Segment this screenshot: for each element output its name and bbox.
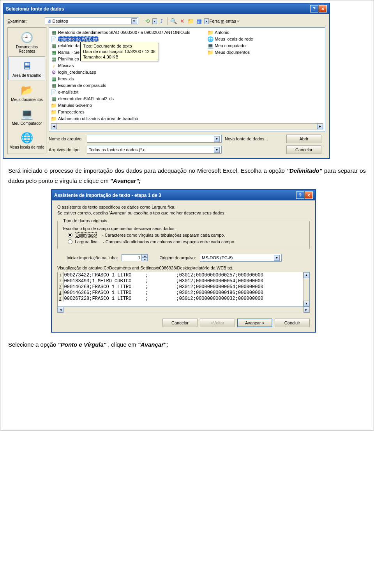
excel-icon: ▦ [51,56,57,62]
file-item[interactable]: ▦elementoitemSIAFI atual2.xls [51,96,192,102]
close-button[interactable]: × [319,5,327,12]
scroll-left-icon[interactable]: ◄ [58,307,64,313]
file-item[interactable]: 📁Atalhos não utilizados da área de traba… [51,115,192,122]
spin-up-icon[interactable]: ▲ [142,254,148,258]
filename-input[interactable]: ▼ [87,135,222,143]
filetype-dropdown[interactable]: Todas as fontes de dados (*.o ▼ [87,146,222,154]
file-name: Relatorio de atendimentos SIAD 05032007 … [58,30,190,35]
new-datasource-link[interactable]: Nova fonte de dados... [225,136,283,141]
filetype-label: Arquivos do tipo: [49,147,84,152]
file-item[interactable]: 📁Manuais Governo [51,102,192,108]
back-button: < Voltar [200,319,235,327]
preview-row-text: 000273422;FRASCO 1 LITRO ; ;03012;000000… [63,272,309,278]
file-item[interactable]: ▦Esquema de compras.xls [51,82,192,89]
file-origin-dropdown[interactable]: MS-DOS (PC-8) ▼ [200,254,282,262]
back-icon[interactable]: ⟲ [144,17,152,25]
file-item[interactable]: 📄e-mail's.txt [51,89,192,95]
group-prompt: Escolha o tipo de campo que melhor descr… [63,226,305,231]
file-name: Planilha co [58,57,79,61]
file-name: login_credencia.asp [58,70,96,74]
file-name: Fornecedores [58,110,85,114]
place-recent[interactable]: 🕘 Documentos Recentes [9,28,45,56]
file-item[interactable]: 🌐Meus locais de rede [207,36,254,42]
horizontal-scrollbar[interactable]: ◄ ► [57,307,310,313]
file-origin-label: Origem do arquivo: [159,255,196,260]
netplace-icon: 🌐 [207,36,213,42]
recent-icon: 🕘 [19,31,34,44]
preview-row: 4000146366;FRASCO 1 LITRO ; ;03012;00000… [58,290,309,296]
start-row-spinner[interactable]: 1 ▲ ▼ [122,254,148,261]
file-item[interactable]: ♪Músicas [51,62,192,69]
group-legend: Tipo de dados originais [62,218,109,223]
help-button[interactable]: ? [310,5,318,12]
instruction-paragraph-2: Selecione a opção "Ponto e Vírgula" , cl… [8,340,366,350]
excel-icon: ▦ [51,82,57,89]
place-network[interactable]: 🌐 Meus locais de rede [9,129,45,152]
file-item[interactable]: ▦Relatorio de atendimentos SIAD 05032007… [51,29,192,35]
start-row-label: Iniciar importação na linha: [67,255,118,260]
excel-icon: ▦ [51,76,57,82]
finish-button[interactable]: Concluir [275,319,310,327]
back-history-dropdown[interactable]: ▾ [152,18,157,24]
file-item[interactable]: 💻Meu computador [207,43,254,49]
delete-icon[interactable]: ✕ [178,17,186,25]
desktop-icon: 🖥 [47,19,51,23]
file-name: relatório da WEB.txt [58,36,99,42]
place-computer[interactable]: 💻 Meu Computador [9,105,45,128]
file-name: Meu computador [215,43,247,48]
search-icon[interactable]: 🔍 [170,17,178,25]
new-folder-icon[interactable]: 📁 [187,17,195,25]
scroll-left-icon[interactable]: ◄ [51,124,57,129]
documents-icon: 📂 [19,83,34,97]
start-row-value[interactable]: 1 [122,254,142,261]
help-button[interactable]: ? [296,191,304,199]
up-icon[interactable]: ⤴ [158,17,166,25]
file-item[interactable]: ⚙login_credencia.asp [51,69,192,75]
preview-row-text: 000146366;FRASCO 1 LITRO ; ;03012;000000… [63,290,309,296]
vertical-scrollbar[interactable]: ▲ ▼ [303,272,309,306]
scroll-down-icon[interactable]: ▼ [303,301,309,306]
spin-down-icon[interactable]: ▼ [142,258,148,261]
place-mydocs[interactable]: 📂 Meus documentos [9,81,45,104]
file-name: Itens.xls [58,76,74,81]
scroll-right-icon[interactable]: ► [317,124,323,129]
radio-fixedwidth-label[interactable]: Largura fixa [75,239,97,244]
radio-row-fixedwidth: Largura fixa - Campos são alinhados em c… [68,239,305,244]
places-bar: 🕘 Documentos Recentes 🖥 Área de trabalho… [7,27,46,154]
titlebar: Assistente de importação de texto - etap… [52,190,315,200]
file-list[interactable]: ▦Relatorio de atendimentos SIAD 05032007… [49,27,325,131]
file-item[interactable]: 📁Antonio [207,29,254,35]
file-item[interactable]: ▦Itens.xls [51,76,192,82]
instruction-paragraph-1: Será iniciado o processo de importação d… [8,166,366,186]
next-button[interactable]: Avançar > [237,319,272,327]
radio-fixedwidth[interactable] [68,239,72,244]
dialog-title: Selecionar fonte de dados [6,6,64,12]
preview-row-number: 2 [58,278,63,284]
folder-icon: 📁 [207,49,213,55]
file-picker-dialog: Selecionar fonte de dados ? × Examinar: … [3,3,330,159]
file-item[interactable]: 📁Fornecedores [51,109,192,115]
cancel-button[interactable]: Cancelar [286,145,321,154]
preview-row: 1000273422;FRASCO 1 LITRO ; ;03012;00000… [58,272,309,278]
file-item[interactable]: 📁Meus documentos [207,49,254,55]
separator [168,17,168,25]
file-item[interactable]: 📄relatório da WEB.txt [51,36,192,42]
radio-delimited-label[interactable]: Delimitado [75,232,97,238]
scroll-right-icon[interactable]: ► [303,307,309,313]
views-icon[interactable]: ▦ [196,17,203,25]
cancel-button[interactable]: Cancelar [162,319,198,327]
radio-delimited[interactable] [68,233,72,237]
place-desktop[interactable]: 🖥 Área de trabalho [9,57,45,80]
file-name: Atalhos não utilizados da área de trabal… [58,116,138,121]
preview-caption: Visualização do arquivo C:\Documents and… [57,266,310,270]
views-dropdown[interactable]: ▾ [204,18,209,24]
tools-menu[interactable]: Ferramentas ▾ [210,19,239,23]
scroll-up-icon[interactable]: ▲ [303,272,309,278]
location-dropdown[interactable]: 🖥 Desktop ▼ [45,17,138,25]
open-button[interactable]: Abrir [286,135,321,143]
preview-row: 5000267228;FRASCO 1 LITRO ; ;03012;00000… [58,296,309,301]
close-button[interactable]: × [305,191,313,199]
preview-row-number: 3 [58,284,63,290]
horizontal-scrollbar[interactable]: ◄ ► [51,123,323,129]
text-import-wizard-dialog: Assistente de importação de texto - etap… [51,189,316,333]
